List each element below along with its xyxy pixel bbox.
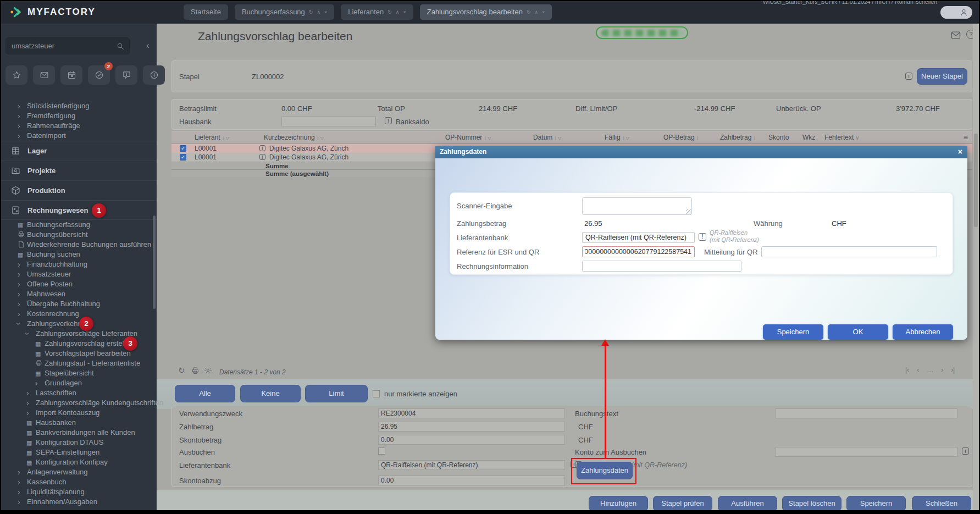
chevron-down-icon[interactable]: ∨	[855, 135, 859, 141]
lieferantenbank-input[interactable]	[582, 232, 695, 243]
column-header-wkz[interactable]: Wkz	[802, 134, 815, 141]
tab-lieferanten[interactable]: Lieferanten↻∧×	[341, 4, 413, 20]
sidebar-item-anlagenverwaltung[interactable]: ›Anlagenverwaltung	[1, 467, 157, 477]
sidebar-item-zahlungsvorschlag-erstellen[interactable]: ▦Zahlungsvorschlag erstellen3	[1, 339, 157, 349]
tasks-icon[interactable]: 2	[88, 65, 110, 85]
column-header-op-nummer[interactable]: OP-Nummer↕▽	[445, 134, 491, 141]
sidebar-item-konfiguration-konfipay[interactable]: ▦Konfiguration Konfipay	[1, 457, 157, 467]
column-header-lieferant[interactable]: Lieferant↕▽	[195, 134, 229, 141]
search-icon[interactable]	[116, 42, 125, 51]
pin-icon[interactable]: ∧	[317, 4, 320, 20]
sidebar-item-buchungsübersicht[interactable]: Buchungsübersicht	[1, 230, 157, 240]
sidebar-item-zahlungsverkehr[interactable]: ›Zahlungsverkehr2	[1, 319, 157, 329]
first-page-icon[interactable]: |‹	[905, 366, 909, 374]
sidebar-scrollbar[interactable]	[153, 215, 156, 309]
tab-buchungserfassung[interactable]: Buchungserfassung↻∧×	[235, 4, 334, 20]
konto-ausbuchen-input[interactable]	[775, 447, 957, 457]
grid-menu-icon[interactable]: ≡	[964, 133, 968, 142]
calendar-icon[interactable]	[60, 65, 82, 85]
sidebar-item-zahlungslauf-lieferantenliste[interactable]: Zahlungslauf - Lieferantenliste	[1, 358, 157, 368]
last-page-icon[interactable]: ›|	[951, 366, 955, 374]
alle-button[interactable]: Alle	[175, 385, 235, 402]
sidebar-item-lastschriften[interactable]: ›Lastschriften	[1, 388, 157, 398]
abbrechen-button[interactable]: Abbrechen	[893, 324, 953, 340]
column-header-kurzbezeichnung[interactable]: Kurzbezeichnung↕▽	[264, 134, 324, 141]
sidebar-section-projekte[interactable]: Projekte	[1, 161, 157, 180]
action-button-hinzufügen[interactable]: Hinzufügen	[589, 496, 648, 510]
sidebar-item-einnahmen-ausgaben[interactable]: ›Einnahmen/Ausgaben	[1, 497, 157, 507]
mitteilung-input[interactable]	[761, 246, 937, 257]
close-icon[interactable]: ×	[403, 4, 406, 20]
sidebar-item-hausbanken[interactable]: ▦Hausbanken	[1, 418, 157, 428]
info-icon[interactable]: !	[385, 117, 392, 124]
buchungstext-input[interactable]	[775, 408, 957, 418]
ok-button[interactable]: OK	[828, 324, 888, 340]
referenz-input[interactable]	[582, 246, 695, 257]
info-icon[interactable]: !	[905, 73, 912, 80]
filter-icon[interactable]: ▽	[626, 136, 629, 141]
pin-icon[interactable]: ∧	[534, 4, 538, 20]
skontoabzug-input[interactable]	[378, 476, 565, 485]
action-button-schließen[interactable]: Schließen	[912, 496, 971, 510]
sidebar-section-produktion[interactable]: Produktion	[1, 180, 157, 200]
sidebar-item-konfiguration-dtaus[interactable]: ▦Konfiguration DTAUS	[1, 438, 157, 447]
sort-icon[interactable]: ↕	[484, 135, 486, 141]
refresh-icon[interactable]: ↻	[309, 4, 313, 20]
main-scrollbar-thumb[interactable]	[974, 134, 978, 227]
mail-icon[interactable]	[33, 65, 55, 85]
sidebar-item-sepa-einstellungen[interactable]: ▦SEPA-Einstellungen	[1, 447, 157, 457]
neuer-stapel-button[interactable]: Neuer Stapel	[917, 68, 967, 85]
sidebar-item-stapelübersicht[interactable]: ▦Stapelübersicht	[1, 368, 157, 378]
myfactory-logo[interactable]: MYFACTORY	[10, 5, 96, 19]
sidebar-item-buchungserfassung[interactable]: ▦Buchungserfassung	[1, 220, 157, 230]
stapel-value[interactable]: ZL000002	[252, 73, 284, 81]
sort-icon[interactable]: ↕	[222, 135, 225, 141]
info-icon[interactable]: !	[259, 145, 265, 151]
speichern-button[interactable]: Speichern	[763, 324, 823, 340]
ausbuchen-checkbox[interactable]	[378, 447, 385, 455]
sort-icon[interactable]: ↕	[622, 135, 625, 141]
only-marked-checkbox[interactable]	[373, 390, 380, 397]
column-header-fehlertext[interactable]: Fehlertext∨	[824, 134, 860, 141]
zahlbetrag-input[interactable]	[378, 422, 565, 432]
sidebar-item-fremdfertigung[interactable]: ›Fremdfertigung	[1, 111, 157, 121]
row-checkbox[interactable]: ✓	[180, 154, 186, 161]
sidebar-item-offene-posten[interactable]: ›Offene Posten	[1, 279, 157, 289]
close-icon[interactable]: ×	[958, 147, 962, 156]
filter-icon[interactable]: ▽	[558, 136, 561, 141]
column-header-datum[interactable]: Datum↕▽	[533, 134, 562, 141]
column-header-op-betrag[interactable]: OP-Betrag↕	[663, 134, 699, 141]
sidebar-item-zahlungsvorschläge-kundengutschriften[interactable]: ›Zahlungsvorschläge Kundengutschriften	[1, 398, 157, 408]
filter-icon[interactable]: ▽	[488, 136, 491, 141]
more-pages-icon[interactable]: …	[927, 366, 933, 374]
sort-icon[interactable]: ↕	[696, 135, 699, 141]
close-icon[interactable]: ×	[324, 4, 327, 20]
pin-icon[interactable]: ∧	[396, 4, 400, 20]
info-icon[interactable]: !	[699, 233, 706, 241]
sidebar-section-rechnungswesen[interactable]: Rechnungswesen1	[1, 200, 157, 220]
sidebar-item-buchung-suchen[interactable]: ▦Buchung suchen	[1, 250, 157, 259]
refresh-icon[interactable]: ↻	[387, 4, 392, 20]
lieferantenbank-input[interactable]	[378, 460, 565, 470]
star-icon[interactable]	[5, 65, 27, 85]
info-icon[interactable]: !	[962, 447, 969, 455]
refresh-icon[interactable]: ↻	[178, 366, 185, 375]
sidebar-item-finanzbuchhaltung[interactable]: ›Finanzbuchhaltung	[1, 259, 157, 269]
collapse-sidebar-icon[interactable]: ‹	[146, 40, 150, 51]
sidebar-item-stücklistenfertigung[interactable]: ›Stücklistenfertigung	[1, 101, 157, 111]
search-input[interactable]	[8, 38, 109, 53]
sidebar-item-rahmenaufträge[interactable]: ›Rahmenaufträge	[1, 121, 157, 131]
close-icon[interactable]: ×	[542, 4, 545, 20]
column-header-zahlbetrag[interactable]: Zahlbetrag↕	[720, 134, 756, 141]
info-icon[interactable]: !	[259, 154, 265, 160]
action-button-speichern[interactable]: Speichern	[846, 496, 906, 510]
skontobetrag-input[interactable]	[378, 435, 565, 445]
feedback-icon[interactable]	[115, 65, 137, 85]
sidebar-item-datenimport[interactable]: ›Datenimport	[1, 131, 157, 141]
hausbank-input[interactable]	[281, 117, 376, 126]
sort-icon[interactable]: ↕	[753, 135, 756, 141]
sidebar-item-kassenbuch[interactable]: ›Kassenbuch	[1, 477, 157, 487]
tab-zahlungsvorschlag-bearbeiten[interactable]: Zahlungsvorschlag bearbeiten↻∧×	[420, 4, 552, 20]
avatar[interactable]	[940, 6, 972, 19]
action-button-stapel-löschen[interactable]: Stapel löschen	[782, 496, 841, 510]
